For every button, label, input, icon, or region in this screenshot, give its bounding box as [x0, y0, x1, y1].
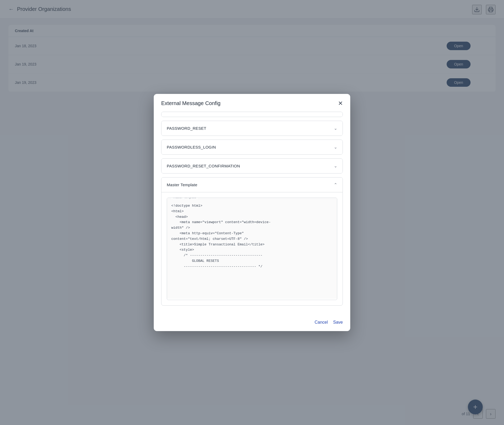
accordion-item-partial: ·: [161, 112, 343, 117]
accordion-label-partial: ·: [167, 117, 168, 117]
chevron-down-icon: ⌄: [334, 163, 337, 168]
code-editor-wrapper: Master Template <!doctype html> <html> <…: [167, 198, 337, 300]
modal-title: External Message Config: [161, 100, 220, 106]
chevron-down-icon: ⌄: [334, 145, 337, 150]
modal-header: External Message Config ✕: [154, 94, 350, 112]
chevron-up-icon: ⌃: [334, 182, 337, 187]
accordion-item-password-reset-confirmation: PASSWORD_RESET_CONFIRMATION ⌄: [161, 158, 343, 174]
save-button[interactable]: Save: [333, 320, 343, 325]
accordion-item-passwordless-login: PASSWORDLESS_LOGIN ⌄: [161, 140, 343, 155]
accordion-header-passwordless-login[interactable]: PASSWORDLESS_LOGIN ⌄: [161, 140, 343, 154]
master-template-content: Master Template <!doctype html> <html> <…: [161, 192, 343, 305]
accordion-header-master-template[interactable]: Master Template ⌃: [161, 177, 343, 192]
accordion-item-master-template: Master Template ⌃ Master Template <!doct…: [161, 177, 343, 306]
accordion-label-master-template: Master Template: [167, 183, 197, 187]
accordion-header-password-reset[interactable]: PASSWORD_RESET ⌄: [161, 121, 343, 136]
cancel-button[interactable]: Cancel: [315, 320, 328, 325]
chevron-down-icon: ⌄: [334, 126, 337, 131]
accordion-label-password-reset-confirmation: PASSWORD_RESET_CONFIRMATION: [167, 164, 240, 168]
accordion-label-password-reset: PASSWORD_RESET: [167, 126, 206, 131]
external-message-config-modal: External Message Config ✕ · PASSWORD_RES…: [154, 94, 350, 331]
accordion-header-password-reset-confirmation[interactable]: PASSWORD_RESET_CONFIRMATION ⌄: [161, 159, 343, 173]
master-template-editor[interactable]: <!doctype html> <html> <head> <meta name…: [167, 198, 337, 299]
modal-overlay: External Message Config ✕ · PASSWORD_RES…: [0, 0, 504, 425]
modal-footer: Cancel Save: [154, 316, 350, 331]
modal-body: · PASSWORD_RESET ⌄ PASSWORDLESS_LOGIN ⌄: [154, 112, 350, 316]
accordion-item-password-reset: PASSWORD_RESET ⌄: [161, 121, 343, 136]
modal-close-button[interactable]: ✕: [338, 101, 343, 106]
accordion-header-partial[interactable]: ·: [161, 112, 343, 117]
code-editor-label: Master Template: [171, 198, 198, 199]
accordion-label-passwordless-login: PASSWORDLESS_LOGIN: [167, 145, 216, 149]
